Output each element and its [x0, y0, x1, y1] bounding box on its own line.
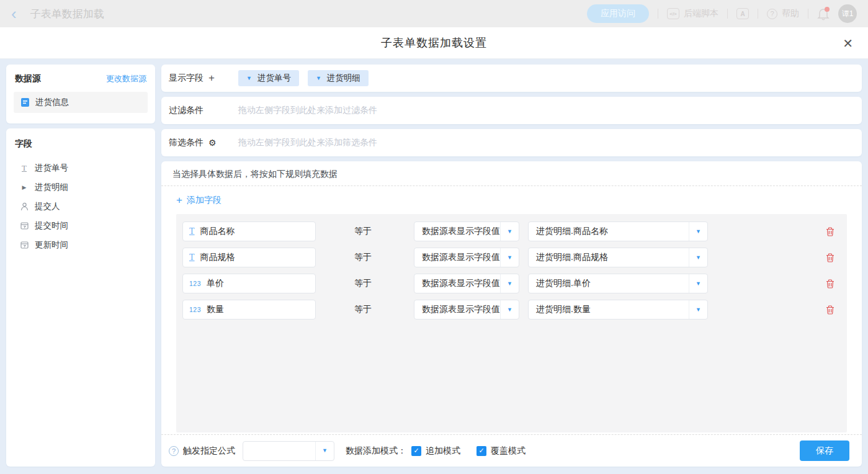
expand-arrow-icon[interactable]: ▶ [19, 184, 29, 190]
source-type-select[interactable]: 数据源表显示字段值 ▼ [414, 274, 519, 293]
append-mode-checkbox[interactable]: ✓ 追加模式 [411, 445, 460, 457]
data-add-mode-label: 数据添加模式： [346, 445, 406, 457]
chevron-down-icon: ▼ [500, 300, 519, 319]
chevron-down-icon: ▼ [500, 248, 519, 267]
trash-icon [826, 305, 834, 315]
gear-icon[interactable]: ⚙ [208, 138, 217, 148]
source-field-select[interactable]: 进货明细.商品规格 ▼ [528, 248, 708, 267]
back-icon[interactable]: ‹ [11, 6, 17, 22]
fill-rules-card: 当选择具体数据后，将按如下规则填充数据 + 添加字段 T 商品名称 等于 数据源… [161, 161, 862, 467]
sidebar-field-purchase-no[interactable]: T 进货单号 [14, 158, 148, 177]
delete-row-button[interactable] [826, 227, 834, 236]
number-field-icon: 123 [189, 280, 201, 287]
add-field-button[interactable]: + 添加字段 [176, 194, 221, 207]
operator-label: 等于 [354, 226, 373, 237]
operator-label: 等于 [354, 278, 373, 289]
calendar-icon [19, 241, 29, 249]
text-field-icon: T [189, 226, 195, 236]
sift-condition-label: 筛选条件 ⚙ [169, 137, 238, 148]
plus-icon: + [176, 194, 182, 207]
divider [758, 9, 758, 19]
sift-condition-row[interactable]: 筛选条件 ⚙ 拖动左侧字段到此处来添加筛选条件 [161, 129, 862, 156]
trash-icon [826, 279, 834, 288]
add-display-field-icon[interactable]: + [208, 72, 215, 84]
display-field-tag[interactable]: ▼ 进货单号 [238, 70, 299, 86]
sidebar-field-submitter[interactable]: 提交人 [14, 197, 148, 216]
chevron-down-icon: ▼ [315, 442, 334, 460]
source-field-select[interactable]: 进货明细.商品名称 ▼ [528, 221, 708, 241]
target-field-box[interactable]: T 商品规格 [182, 248, 316, 267]
fields-title: 字段 [14, 138, 148, 158]
settings-footer: ? 触发指定公式 ▼ 数据添加模式： ✓ 追加模式 ✓ 覆盖模式 保存 [161, 434, 862, 467]
page-title: 子表单数据加载 [30, 7, 104, 21]
code-icon: </> [667, 8, 679, 19]
target-field-box[interactable]: 123 数量 [182, 300, 316, 320]
sidebar-field-update-time[interactable]: 更新时间 [14, 235, 148, 254]
display-fields-row: 显示字段 + ▼ 进货单号 ▼ 进货明细 [161, 65, 862, 92]
fields-card: 字段 T 进货单号 ▶ 进货明细 提交人 提交时间 更新时间 [6, 128, 155, 467]
operator-label: 等于 [354, 304, 373, 315]
app-access-button[interactable]: 应用访问 [587, 4, 649, 23]
display-field-tag[interactable]: ▼ 进货明细 [308, 70, 369, 86]
address-book-icon: A [736, 8, 749, 19]
target-field-box[interactable]: T 商品名称 [182, 221, 316, 241]
backend-script-button[interactable]: </> 后端脚本 [667, 8, 718, 19]
help-button[interactable]: ? 帮助 [767, 8, 799, 19]
topbar-actions: 应用访问 </> 后端脚本 A ? 帮助 谭1 [587, 4, 857, 23]
change-datasource-link[interactable]: 更改数据源 [106, 73, 146, 84]
notifications-button[interactable] [817, 7, 830, 20]
person-icon [19, 202, 29, 211]
source-field-select[interactable]: 进货明细.单价 ▼ [528, 274, 708, 293]
number-field-icon: 123 [189, 306, 201, 313]
overwrite-mode-checkbox[interactable]: ✓ 覆盖模式 [477, 445, 526, 457]
dialog-title: 子表单数据加载设置 [381, 35, 487, 50]
chevron-down-icon: ▼ [689, 274, 707, 293]
chevron-down-icon: ▼ [689, 248, 707, 267]
mapping-panel: T 商品名称 等于 数据源表显示字段值 ▼ 进货明细.商品名称 ▼ T 商品规格… [176, 214, 847, 432]
app-topbar: ‹ 子表单数据加载 应用访问 </> 后端脚本 A ? 帮助 谭1 [0, 0, 868, 27]
address-book-button[interactable]: A [736, 8, 749, 19]
datasource-title: 数据源 [15, 73, 41, 84]
delete-row-button[interactable] [826, 305, 834, 315]
formula-help-icon[interactable]: ? [169, 446, 179, 456]
chevron-down-icon: ▼ [500, 274, 519, 293]
sidebar-field-purchase-detail[interactable]: ▶ 进货明细 [14, 177, 148, 197]
avatar[interactable]: 谭1 [838, 4, 857, 23]
datasource-item-label: 进货信息 [35, 97, 69, 108]
source-field-select[interactable]: 进货明细.数量 ▼ [528, 300, 708, 320]
notification-dot [825, 7, 830, 12]
divider [727, 9, 728, 19]
dialog-titlebar: 子表单数据加载设置 ✕ [0, 27, 868, 59]
filter-condition-placeholder: 拖动左侧字段到此处来添加过滤条件 [238, 105, 377, 116]
sidebar-field-submit-time[interactable]: 提交时间 [14, 216, 148, 235]
text-field-icon: T [189, 253, 195, 262]
delete-row-button[interactable] [826, 253, 834, 262]
operator-label: 等于 [354, 252, 373, 263]
datasource-card: 数据源 更改数据源 进货信息 [6, 65, 155, 123]
close-icon[interactable]: ✕ [843, 36, 853, 51]
chevron-down-icon: ▼ [689, 222, 707, 241]
source-type-select[interactable]: 数据源表显示字段值 ▼ [414, 248, 519, 267]
source-type-select[interactable]: 数据源表显示字段值 ▼ [414, 221, 519, 241]
chevron-down-icon: ▼ [689, 300, 707, 319]
save-button[interactable]: 保存 [800, 440, 849, 461]
divider [808, 9, 808, 19]
formula-select[interactable]: ▼ [243, 441, 334, 461]
mapping-row: T 商品名称 等于 数据源表显示字段值 ▼ 进货明细.商品名称 ▼ [182, 221, 841, 241]
filter-condition-row[interactable]: 过滤条件 拖动左侧字段到此处来添加过滤条件 [161, 97, 862, 124]
divider [658, 9, 658, 19]
mapping-row: 123 单价 等于 数据源表显示字段值 ▼ 进货明细.单价 ▼ [182, 274, 841, 293]
target-field-box[interactable]: 123 单价 [182, 274, 316, 293]
filter-condition-label: 过滤条件 [169, 105, 238, 116]
chevron-down-icon: ▼ [246, 76, 252, 81]
source-type-select[interactable]: 数据源表显示字段值 ▼ [414, 300, 519, 320]
formula-label: 触发指定公式 [183, 445, 235, 457]
sift-condition-placeholder: 拖动左侧字段到此处来添加筛选条件 [238, 137, 377, 148]
help-icon: ? [767, 9, 777, 19]
trash-icon [826, 227, 834, 236]
checkbox-checked-icon: ✓ [477, 446, 486, 456]
checkbox-checked-icon: ✓ [411, 446, 421, 456]
delete-row-button[interactable] [826, 279, 834, 288]
rule-hint: 当选择具体数据后，将按如下规则填充数据 [161, 161, 862, 186]
datasource-item[interactable]: 进货信息 [14, 92, 148, 113]
